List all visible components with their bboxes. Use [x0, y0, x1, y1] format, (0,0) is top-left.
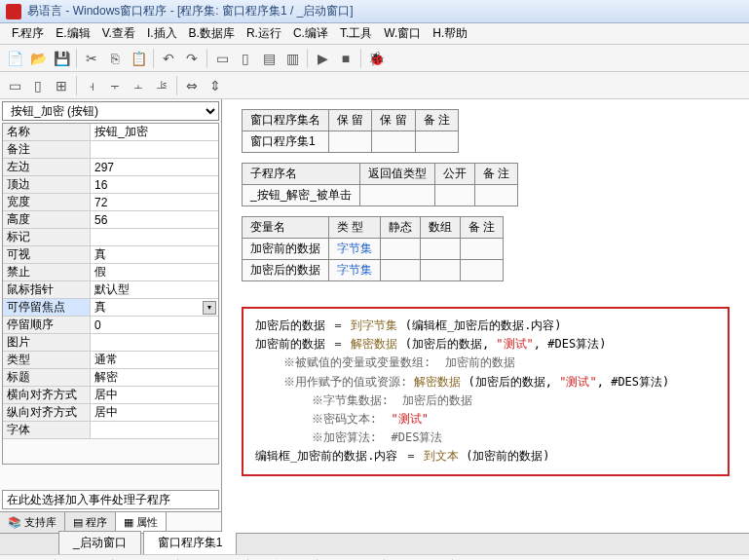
prop-value[interactable] [91, 141, 218, 158]
prop-name: 左边 [3, 159, 91, 175]
prop-value[interactable]: 16 [91, 176, 218, 193]
dropdown-icon[interactable]: ▾ [203, 301, 216, 315]
prop-value[interactable]: 真 [91, 246, 218, 263]
menu-run[interactable]: R.运行 [243, 23, 285, 44]
property-grid[interactable]: 名称按钮_加密备注左边297顶边16宽度72高度56标记可视真禁止假鼠标指针默认… [2, 123, 219, 465]
dist-v-icon[interactable]: ⇕ [205, 75, 226, 96]
cut-icon[interactable]: ✂ [81, 48, 102, 69]
menu-tools[interactable]: T.工具 [336, 23, 376, 44]
menu-file[interactable]: F.程序 [8, 23, 48, 44]
run-icon[interactable]: ▶ [312, 48, 333, 69]
copy-icon[interactable]: ⎘ [104, 48, 126, 69]
table-vars: 变量名类 型静态数组备 注 加密前的数据字节集 加密后的数据字节集 [242, 216, 504, 281]
prop-row[interactable]: 禁止假 [3, 264, 218, 281]
prop-row[interactable]: 左边297 [3, 159, 218, 176]
prop-value[interactable]: 72 [91, 194, 218, 210]
menu-insert[interactable]: I.插入 [143, 23, 181, 44]
tab-support-lib[interactable]: 📚支持库 [0, 512, 65, 533]
win3-icon[interactable]: ▤ [258, 48, 280, 69]
undo-icon[interactable]: ↶ [158, 48, 179, 69]
prop-value[interactable]: 真▾ [91, 299, 218, 316]
menu-window[interactable]: W.窗口 [380, 23, 425, 44]
prop-row[interactable]: 横向对齐方式居中 [3, 387, 218, 404]
prop-name: 标记 [3, 229, 91, 245]
prop-row[interactable]: 可视真 [3, 246, 218, 264]
prop-row[interactable]: 宽度72 [3, 194, 218, 211]
align-left-icon[interactable]: ⫞ [81, 75, 102, 96]
redo-icon[interactable]: ↷ [181, 48, 203, 69]
prop-value[interactable]: 默认型 [91, 281, 218, 298]
prop-value[interactable]: 按钮_加密 [91, 124, 218, 140]
prop-value[interactable]: 0 [91, 317, 218, 333]
events-combo[interactable]: 在此处选择加入事件处理子程序 [2, 490, 219, 509]
prop-value[interactable]: 居中 [91, 404, 218, 421]
menu-edit[interactable]: E.编辑 [52, 23, 94, 44]
table-procset: 窗口程序集名保 留保 留备 注 窗口程序集1 [242, 109, 459, 153]
align1-icon[interactable]: ▭ [4, 75, 25, 96]
win4-icon[interactable]: ▥ [281, 48, 303, 69]
save-icon[interactable]: 💾 [51, 48, 72, 69]
dist-h-icon[interactable]: ⇔ [181, 75, 203, 96]
prop-row[interactable]: 停留顺序0 [3, 317, 218, 334]
code-highlight-box: 加密后的数据 ＝ 到字节集 (编辑框_加密后的数据.内容) 加密前的数据 ＝ 解… [242, 307, 730, 476]
prop-row[interactable]: 可停留焦点真▾ [3, 299, 218, 317]
menu-compile[interactable]: C.编译 [289, 23, 332, 44]
tab-start-window[interactable]: _启动窗口 [58, 531, 141, 554]
prop-row[interactable]: 顶边16 [3, 176, 218, 194]
align-bottom-icon[interactable]: ⫡ [151, 75, 172, 96]
sb-vars[interactable]: ⬚变量表 [252, 556, 313, 560]
prop-value[interactable] [91, 229, 218, 245]
sb-watch[interactable]: 👁监视表 [182, 556, 243, 560]
align-right-icon[interactable]: ⫟ [104, 75, 126, 96]
prop-row[interactable]: 鼠标指针默认型 [3, 281, 218, 299]
prop-name: 名称 [3, 124, 91, 140]
prop-value[interactable] [91, 422, 218, 438]
prop-row[interactable]: 类型通常 [3, 352, 218, 369]
prop-name: 高度 [3, 211, 91, 228]
sb-search2[interactable]: 🔍搜寻2 [389, 556, 448, 560]
prop-row[interactable]: 纵向对齐方式居中 [3, 404, 218, 422]
code-editor[interactable]: 窗口程序集名保 留保 留备 注 窗口程序集1 子程序名返回值类型公开备 注 _按… [222, 99, 749, 533]
debug-icon[interactable]: 🐞 [365, 48, 387, 69]
prop-name: 备注 [3, 141, 91, 158]
prop-value[interactable]: 56 [91, 211, 218, 228]
prop-name: 图片 [3, 334, 91, 351]
menu-help[interactable]: H.帮助 [429, 23, 471, 44]
sb-clip[interactable]: ✂剪辑历史 [457, 556, 528, 560]
paste-icon[interactable]: 📋 [128, 48, 149, 69]
prop-value[interactable]: 297 [91, 159, 218, 175]
align-top-icon[interactable]: ⫠ [128, 75, 149, 96]
tab-procset1[interactable]: 窗口程序集1 [143, 531, 238, 554]
prop-row[interactable]: 名称按钮_加密 [3, 124, 218, 141]
prop-value[interactable]: 居中 [91, 387, 218, 403]
prop-row[interactable]: 标记 [3, 229, 218, 246]
prop-row[interactable]: 备注 [3, 141, 218, 159]
sb-callstack[interactable]: ≡调用表 [117, 556, 173, 560]
tab-property[interactable]: ▦属性 [116, 512, 167, 533]
tab-program[interactable]: ▤程序 [65, 512, 116, 533]
menu-database[interactable]: B.数据库 [185, 23, 239, 44]
prop-value[interactable]: 通常 [91, 352, 218, 368]
menu-bar: F.程序 E.编辑 V.查看 I.插入 B.数据库 R.运行 C.编译 T.工具… [0, 23, 749, 45]
prop-value[interactable]: 假 [91, 264, 218, 280]
prop-row[interactable]: 字体 [3, 422, 218, 439]
align3-icon[interactable]: ⊞ [51, 75, 72, 96]
prop-value[interactable]: 解密 [91, 369, 218, 386]
sb-search1[interactable]: 🔍搜寻1 [321, 556, 381, 560]
sb-output[interactable]: ▤输出 [59, 556, 108, 560]
prop-value[interactable] [91, 334, 218, 351]
align2-icon[interactable]: ▯ [27, 75, 49, 96]
win1-icon[interactable]: ▭ [211, 48, 233, 69]
open-icon[interactable]: 📂 [27, 48, 49, 69]
prop-row[interactable]: 高度56 [3, 211, 218, 229]
prop-row[interactable]: 标题解密 [3, 369, 218, 387]
prop-name: 禁止 [3, 264, 91, 280]
win2-icon[interactable]: ▯ [235, 48, 256, 69]
sb-hint[interactable]: ?提示 [6, 556, 51, 560]
title-bar: 易语言 - Windows窗口程序 - [程序集: 窗口程序集1 / _启动窗口… [0, 0, 749, 23]
object-selector[interactable]: 按钮_加密 (按钮) [2, 101, 219, 121]
stop-icon[interactable]: ■ [335, 48, 356, 69]
menu-view[interactable]: V.查看 [98, 23, 139, 44]
new-icon[interactable]: 📄 [4, 48, 25, 69]
prop-row[interactable]: 图片 [3, 334, 218, 352]
